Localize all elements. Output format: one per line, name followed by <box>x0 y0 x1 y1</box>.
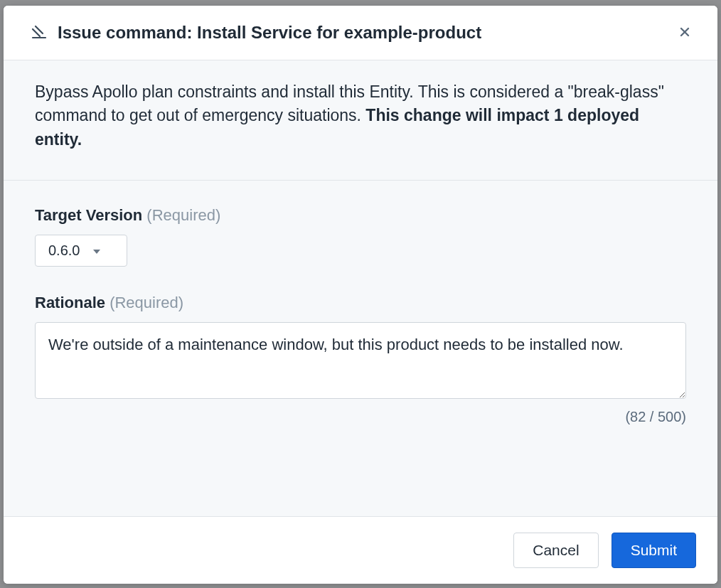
rationale-label: Rationale (Required) <box>35 294 686 312</box>
modal-footer: Cancel Submit <box>4 516 717 584</box>
target-version-value: 0.6.0 <box>48 242 80 259</box>
command-icon <box>29 23 49 43</box>
caret-down-icon <box>92 242 101 259</box>
submit-button[interactable]: Submit <box>611 533 696 568</box>
modal-title: Issue command: Install Service for examp… <box>58 23 673 43</box>
target-version-field: Target Version (Required) 0.6.0 <box>35 206 686 267</box>
target-version-required: (Required) <box>146 206 220 224</box>
rationale-label-text: Rationale <box>35 294 105 311</box>
issue-command-modal: Issue command: Install Service for examp… <box>4 6 717 584</box>
modal-form: Target Version (Required) 0.6.0 Rational… <box>4 181 717 516</box>
target-version-select[interactable]: 0.6.0 <box>35 235 127 267</box>
close-icon <box>679 23 690 42</box>
target-version-label: Target Version (Required) <box>35 206 686 225</box>
modal-header: Issue command: Install Service for examp… <box>4 6 717 60</box>
close-button[interactable] <box>673 21 696 44</box>
cancel-button[interactable]: Cancel <box>513 533 598 568</box>
rationale-field: Rationale (Required) (82 / 500) <box>35 294 686 425</box>
rationale-char-count: (82 / 500) <box>35 409 686 425</box>
rationale-input[interactable] <box>35 322 686 399</box>
target-version-label-text: Target Version <box>35 206 142 224</box>
modal-description: Bypass Apollo plan constraints and insta… <box>4 60 717 181</box>
rationale-required: (Required) <box>110 294 183 311</box>
